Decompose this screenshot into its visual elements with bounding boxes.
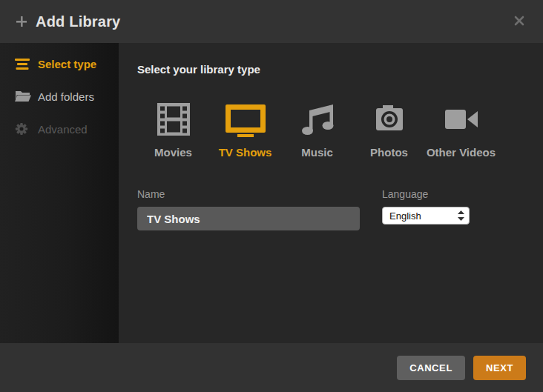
- gear-icon: [15, 122, 31, 136]
- fields-row: Name Language English: [137, 188, 543, 230]
- sidebar-item-label: Select type: [38, 58, 96, 70]
- music-note-icon: [295, 102, 340, 137]
- close-icon[interactable]: [513, 15, 525, 27]
- name-input[interactable]: [137, 207, 360, 230]
- film-strip-icon: [151, 102, 196, 137]
- dialog-main: Select your library type Movies: [119, 43, 543, 343]
- name-label: Name: [137, 188, 360, 200]
- type-label: Movies: [154, 146, 192, 159]
- sidebar-item-advanced[interactable]: Advanced: [0, 113, 119, 145]
- sidebar-item-select-type[interactable]: Select type: [0, 47, 119, 80]
- sidebar-item-label: Advanced: [38, 123, 88, 136]
- type-tv-shows[interactable]: TV Shows: [209, 102, 281, 159]
- type-other-videos[interactable]: Other Videos: [425, 102, 497, 159]
- video-camera-icon: [439, 102, 484, 137]
- sidebar-item-add-folders[interactable]: Add folders: [0, 80, 119, 113]
- library-type-row: Movies TV Shows: [137, 102, 543, 159]
- type-label: TV Shows: [219, 146, 272, 159]
- tv-icon: [223, 102, 268, 137]
- folder-icon: [15, 90, 31, 103]
- language-select[interactable]: English: [382, 207, 470, 225]
- dialog-title: Add Library: [36, 13, 120, 30]
- next-button[interactable]: NEXT: [473, 356, 526, 380]
- plus-icon: [16, 16, 27, 27]
- dialog-footer: CANCEL NEXT: [0, 343, 543, 392]
- section-heading: Select your library type: [137, 63, 543, 76]
- select-arrows-icon: [458, 210, 464, 221]
- dialog-sidebar: Select type Add folders: [0, 43, 119, 343]
- type-label: Other Videos: [427, 146, 496, 159]
- name-field-group: Name: [137, 188, 360, 230]
- dialog-header: Add Library: [0, 0, 543, 43]
- type-music[interactable]: Music: [281, 102, 353, 159]
- cancel-button[interactable]: CANCEL: [397, 356, 465, 380]
- language-field-group: Language English: [382, 188, 471, 230]
- camera-icon: [367, 102, 412, 137]
- list-icon: [15, 57, 31, 70]
- type-label: Music: [301, 146, 333, 159]
- type-label: Photos: [370, 146, 408, 159]
- add-library-dialog: Add Library Select type: [0, 0, 543, 392]
- language-selected-value: English: [389, 210, 421, 222]
- sidebar-item-label: Add folders: [38, 90, 94, 103]
- type-photos[interactable]: Photos: [353, 102, 425, 159]
- type-movies[interactable]: Movies: [137, 102, 209, 159]
- language-label: Language: [382, 188, 471, 200]
